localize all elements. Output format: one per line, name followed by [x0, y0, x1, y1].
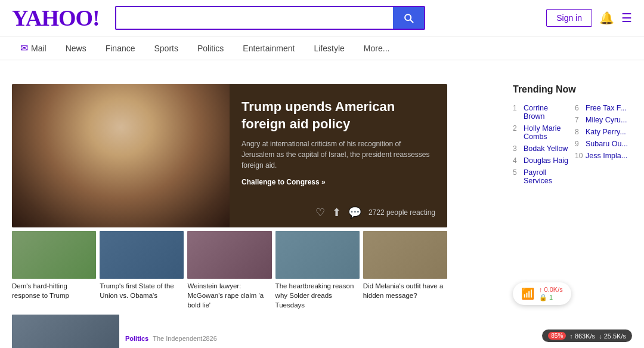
header-right: Sign in 🔔 ☰: [546, 9, 632, 27]
thumb-image-3: [275, 231, 360, 279]
thumb-image-1: [100, 231, 184, 279]
search-input[interactable]: [116, 7, 393, 29]
hero-actions: ♡ ⬆ 💬 2722 people reacting: [315, 206, 435, 219]
nav-item-finance[interactable]: Finance: [97, 38, 144, 59]
thumb-item-2[interactable]: Weinstein lawyer: McGowan's rape claim '…: [187, 231, 271, 310]
thumb-item-4[interactable]: Did Melania's outfit have a hidden messa…: [363, 231, 447, 310]
hero-link[interactable]: Challenge to Congress: [242, 178, 435, 186]
hero-article[interactable]: Trump upends American foreign aid policy…: [12, 84, 447, 227]
network-stats: ↑ 0.0K/s 🔒 1: [539, 286, 563, 301]
header: YAHOO! Sign in 🔔 ☰: [0, 0, 644, 36]
nav-item-politics[interactable]: Politics: [189, 38, 232, 59]
upload-speed: ↑ 0.0K/s: [539, 286, 563, 293]
thumb-caption-0: Dem's hard-hitting response to Trump: [12, 281, 96, 300]
thumb-caption-4: Did Melania's outfit have a hidden messa…: [363, 281, 447, 300]
navigation: ✉ Mail News Finance Sports Politics Ente…: [0, 36, 644, 60]
bottom-article-meta: Politics The Independent 2826: [125, 335, 217, 342]
nav-item-entertainment[interactable]: Entertainment: [234, 38, 303, 59]
mail-icon: ✉: [20, 42, 28, 54]
nav-item-lifestyle[interactable]: Lifestyle: [306, 38, 353, 59]
nav-item-sports[interactable]: Sports: [146, 38, 187, 59]
nav-item-mail[interactable]: ✉ Mail: [12, 36, 55, 60]
floating-badge: 85% ↑ 863K/s ↓ 25.5K/s: [542, 329, 632, 342]
thumb-item-0[interactable]: Dem's hard-hitting response to Trump: [12, 231, 96, 310]
hero-title: Trump upends American foreign aid policy: [242, 98, 435, 133]
nav-item-more[interactable]: More...: [355, 38, 398, 59]
speed-up: ↑ 863K/s: [569, 332, 595, 340]
thumbnail-row: Dem's hard-hitting response to Trump Tru…: [12, 231, 447, 310]
trending-item-3[interactable]: 3 Bodak Yellow: [513, 143, 570, 155]
bell-icon[interactable]: 🔔: [599, 11, 614, 25]
thumb-caption-1: Trump's first State of the Union vs. Oba…: [100, 281, 184, 300]
badge-percentage: 85%: [548, 332, 566, 340]
trending-item-9[interactable]: 9 Subaru Ou...: [575, 138, 632, 150]
thumb-image-0: [12, 231, 96, 279]
hero-description: Angry at international criticism of his …: [242, 138, 435, 171]
trending-item-4[interactable]: 4 Douglas Haig: [513, 155, 570, 167]
hero-face-overlay: [12, 84, 230, 227]
share-icon[interactable]: ⬆: [332, 206, 341, 219]
thumb-caption-2: Weinstein lawyer: McGowan's rape claim '…: [187, 281, 271, 310]
thumb-image-4: [363, 231, 447, 279]
trending-item-10[interactable]: 10 Jess Impla...: [575, 150, 632, 162]
comment-icon[interactable]: 💬: [348, 206, 361, 219]
main-content: Trump upends American foreign aid policy…: [0, 72, 644, 348]
trending-item-8[interactable]: 8 Katy Perry...: [575, 126, 632, 138]
thumb-item-3[interactable]: The heartbreaking reason why Solder drea…: [275, 231, 360, 310]
trending-item-7[interactable]: 7 Miley Cyru...: [575, 114, 632, 126]
bottom-source-1: Politics: [125, 335, 148, 342]
trending-title: Trending Now: [513, 84, 632, 95]
trending-item-1[interactable]: 1 Corrine Brown: [513, 102, 570, 122]
bottom-article-image: [12, 315, 119, 348]
trending-left-col: 1 Corrine Brown 2 Holly Marie Combs 3 Bo…: [513, 102, 570, 187]
trending-right-col: 6 Free Tax F... 7 Miley Cyru... 8 Katy P…: [575, 102, 632, 187]
thumb-image-2: [187, 231, 271, 279]
trending-item-5[interactable]: 5 Payroll Services: [513, 167, 570, 187]
network-widget-area: 📶 ↑ 0.0K/s 🔒 1: [513, 282, 632, 305]
yahoo-logo: YAHOO!: [12, 5, 100, 31]
bottom-count: 2826: [202, 335, 216, 342]
wifi-icon: 📶: [521, 287, 534, 300]
search-button[interactable]: [393, 7, 424, 29]
network-widget: 📶 ↑ 0.0K/s 🔒 1: [513, 282, 571, 305]
like-icon[interactable]: ♡: [315, 206, 325, 219]
download-count: 🔒 1: [539, 294, 563, 301]
thumb-item-1[interactable]: Trump's first State of the Union vs. Oba…: [100, 231, 184, 310]
trending-list: 1 Corrine Brown 2 Holly Marie Combs 3 Bo…: [513, 102, 632, 187]
nav-item-news[interactable]: News: [57, 38, 95, 59]
menu-icon[interactable]: ☰: [621, 11, 632, 25]
thumb-caption-3: The heartbreaking reason why Solder drea…: [275, 281, 360, 310]
hero-image: [12, 84, 230, 227]
sign-in-button[interactable]: Sign in: [546, 9, 592, 27]
reaction-count: 2722 people reacting: [369, 208, 435, 217]
content-area: Trump upends American foreign aid policy…: [12, 84, 501, 348]
sidebar: Trending Now 1 Corrine Brown 2 Holly Mar…: [513, 84, 632, 348]
bottom-source-2: The Independent: [153, 335, 202, 342]
search-bar: [115, 6, 425, 30]
speed-down: ↓ 25.5K/s: [599, 332, 626, 340]
search-icon: [402, 12, 414, 24]
trending-item-6[interactable]: 6 Free Tax F...: [575, 102, 632, 114]
bottom-article: Politics The Independent 2826: [12, 315, 501, 348]
trending-item-2[interactable]: 2 Holly Marie Combs: [513, 122, 570, 143]
